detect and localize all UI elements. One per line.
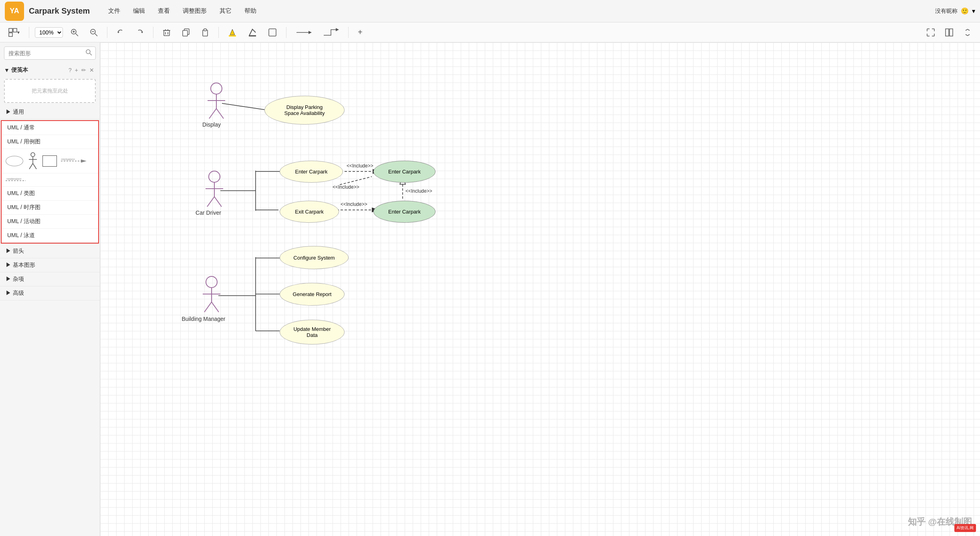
actor-building-manager: Building Manager [182, 276, 226, 322]
sidebar-item-uml-sequence[interactable]: UML / 时序图 [2, 201, 98, 215]
menu-file[interactable]: 文件 [106, 6, 123, 16]
sidebar-item-general[interactable]: ▶ 通用 [0, 105, 100, 119]
line-color-button[interactable] [244, 26, 260, 39]
sidebar-item-uml-activity[interactable]: UML / 活动图 [2, 215, 98, 229]
sidebar-item-uml-use-case[interactable]: UML / 用例图 [2, 135, 98, 149]
uml-section: UML / 通常 UML / 用例图 [1, 120, 99, 244]
copy-button[interactable] [178, 26, 194, 38]
split-view-button[interactable] [942, 26, 957, 38]
actor-car-driver: Car Driver [196, 171, 223, 216]
scratchpad-drop-zone[interactable]: 把元素拖至此处 [4, 79, 96, 103]
layout-button[interactable]: ▾ [5, 26, 23, 39]
svg-rect-1 [13, 28, 17, 32]
svg-point-30 [31, 153, 35, 157]
connect-straight-button[interactable] [292, 26, 315, 39]
use-case-update-member[interactable]: Update MemberData [280, 320, 345, 345]
toolbar: ▾ 100% 75% 150% 200% [0, 22, 980, 42]
zoom-in-button[interactable] [67, 26, 82, 38]
use-case-generate-report[interactable]: Generate Report [280, 283, 345, 306]
scratchpad-add-button[interactable]: + [73, 66, 80, 74]
user-avatar-icon: 🙂 [961, 7, 969, 15]
sidebar-item-uml-general[interactable]: UML / 通常 [2, 121, 98, 135]
use-case-exit-carpark[interactable]: Exit Carpark [280, 201, 339, 223]
user-dropdown-icon[interactable]: ▾ [972, 7, 975, 15]
svg-text:<<Include>>: <<Include>> [341, 202, 367, 207]
menu-adjust[interactable]: 调整图形 [180, 6, 209, 16]
separator-6 [348, 27, 349, 38]
search-input[interactable] [4, 48, 83, 59]
svg-rect-0 [9, 28, 12, 32]
svg-line-58 [222, 103, 265, 110]
svg-line-56 [212, 302, 219, 312]
separator-3 [153, 27, 153, 38]
shape-extend-thumb[interactable]: «extension» [6, 177, 34, 183]
connections-svg: Display Car Driver [100, 42, 980, 536]
canvas-area[interactable]: Display Car Driver [100, 42, 980, 536]
svg-rect-2 [9, 33, 12, 36]
scratchpad-help-button[interactable]: ? [67, 66, 73, 74]
expand-icon: ▶ [6, 109, 13, 115]
shape-dashed-line-thumb[interactable]: «inclusion» [61, 158, 89, 164]
svg-rect-10 [164, 30, 169, 36]
svg-rect-26 [946, 29, 949, 36]
svg-text:<<Include>>: <<Include>> [333, 184, 359, 190]
paste-button[interactable] [198, 26, 213, 38]
redo-button[interactable] [132, 26, 147, 38]
fill-color-button[interactable] [224, 26, 240, 39]
svg-line-8 [95, 34, 97, 36]
use-case-display-parking[interactable]: Display ParkingSpace Availability [264, 96, 345, 125]
use-case-configure-system[interactable]: Configure System [280, 246, 349, 269]
svg-line-55 [204, 302, 212, 312]
menu-edit[interactable]: 编辑 [131, 6, 147, 16]
sidebar-item-uml-class[interactable]: UML / 类图 [2, 187, 98, 201]
sidebar-item-advanced[interactable]: ▶ 高级 [0, 286, 100, 300]
collapse-button[interactable] [960, 26, 975, 38]
scratchpad-edit-button[interactable]: ✏ [80, 66, 88, 74]
svg-rect-19 [204, 29, 206, 31]
svg-text:«extension»: «extension» [6, 177, 22, 180]
sidebar-item-uml-swimlane[interactable]: UML / 泳道 [2, 229, 98, 243]
uml-shapes-row: «inclusion» [2, 149, 98, 173]
diagram-container: Display Car Driver [100, 42, 980, 536]
menu-bar: 文件 编辑 查看 调整图形 其它 帮助 [106, 6, 259, 16]
shape-ellipse-thumb[interactable] [6, 156, 23, 166]
fullscreen-button[interactable] [923, 26, 938, 38]
use-case-enter-carpark-green-top[interactable]: Enter Carpark [373, 161, 436, 183]
sidebar-item-arrows[interactable]: ▶ 箭头 [0, 244, 100, 258]
separator-2 [107, 27, 107, 38]
svg-rect-17 [183, 30, 188, 36]
undo-button[interactable] [113, 26, 128, 38]
user-name: 没有昵称 [935, 8, 958, 15]
menu-other[interactable]: 其它 [217, 6, 234, 16]
shape-button[interactable] [264, 26, 280, 39]
svg-rect-27 [950, 29, 953, 36]
svg-line-44 [216, 109, 224, 119]
shape-actor-thumb[interactable] [27, 152, 38, 170]
zoom-out-button[interactable] [86, 26, 101, 38]
add-button[interactable]: + [354, 26, 366, 39]
ai-badge: AI资讯.网 [954, 524, 976, 532]
search-box [4, 46, 96, 60]
scratchpad-close-button[interactable]: ✕ [88, 66, 96, 74]
svg-text:Car Driver: Car Driver [196, 210, 221, 216]
delete-button[interactable] [159, 26, 174, 38]
title-bar: YA Carpark System 文件 编辑 查看 调整图形 其它 帮助 没有… [0, 0, 980, 22]
scratchpad-header: ▼ 便笺本 ? + ✏ ✕ [0, 64, 100, 77]
sidebar-item-basic[interactable]: ▶ 基本图形 [0, 258, 100, 272]
scratchpad-label: 便笺本 [11, 66, 67, 74]
zoom-selector[interactable]: 100% 75% 150% 200% [35, 27, 63, 38]
use-case-enter-carpark[interactable]: Enter Carpark [280, 161, 343, 183]
svg-point-52 [206, 276, 217, 288]
search-button[interactable] [83, 47, 95, 59]
menu-help[interactable]: 帮助 [242, 6, 259, 16]
shape-rect-thumb[interactable] [42, 155, 57, 167]
svg-point-28 [86, 50, 90, 54]
connect-elbow-button[interactable] [319, 26, 343, 39]
main-layout: ▼ 便笺本 ? + ✏ ✕ 把元素拖至此处 ▶ 通用 UML / 通常 UML … [0, 42, 980, 536]
svg-point-40 [211, 83, 222, 94]
sidebar-item-misc[interactable]: ▶ 杂项 [0, 272, 100, 286]
menu-view[interactable]: 查看 [155, 6, 172, 16]
separator-5 [286, 27, 286, 38]
use-case-enter-carpark-green-bottom[interactable]: Enter Carpark [373, 201, 436, 223]
sidebar: ▼ 便笺本 ? + ✏ ✕ 把元素拖至此处 ▶ 通用 UML / 通常 UML … [0, 42, 100, 536]
